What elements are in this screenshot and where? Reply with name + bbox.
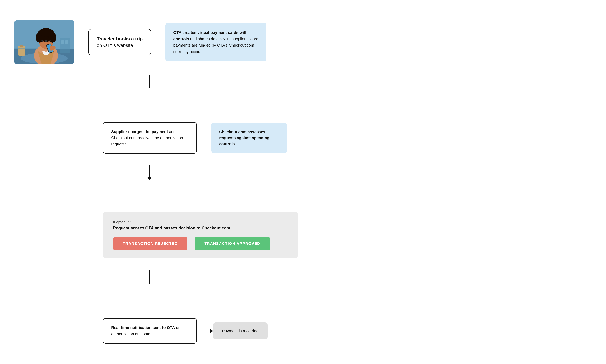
opt-in-main: Request sent to OTA and passes decision …	[113, 226, 288, 231]
connector-supplier-to-checkout	[197, 138, 211, 138]
notification-bold: Real-time notification sent to OTA	[111, 325, 175, 330]
btn-transaction-rejected[interactable]: TRANSACTION REJECTED	[113, 237, 187, 250]
box-traveler: Traveler books a trip on OTA's website	[89, 29, 151, 55]
box-payment-recorded: Payment is recorded	[213, 323, 268, 339]
payment-recorded-text: Payment is recorded	[222, 329, 258, 333]
diagram-wrapper: Traveler books a trip on OTA's website O…	[0, 0, 606, 364]
btn-transaction-approved[interactable]: TRANSACTION APPROVED	[194, 237, 270, 250]
vline-3	[149, 270, 150, 284]
vline-1	[149, 75, 150, 88]
box-opt-in: If opted in: Request sent to OTA and pas…	[103, 212, 298, 258]
traveler-photo	[14, 20, 74, 64]
traveler-sub: on OTA's website	[97, 43, 133, 48]
opt-in-label: If opted in:	[113, 220, 288, 224]
box-ota-creates: OTA creates virtual payment cards with c…	[165, 23, 266, 61]
box-notification: Real-time notification sent to OTA on au…	[103, 318, 197, 343]
svg-point-20	[48, 41, 49, 42]
svg-point-19	[43, 41, 44, 42]
svg-rect-22	[60, 39, 70, 53]
supplier-bold: Supplier charges the payment	[111, 130, 168, 134]
svg-rect-4	[20, 45, 24, 47]
box-checkout-assesses: Checkout.com assesses requests against s…	[211, 123, 287, 153]
vline-2-arrow	[149, 165, 150, 178]
connector-box1-to-ota	[151, 42, 165, 42]
svg-rect-24	[65, 40, 68, 44]
svg-rect-3	[18, 46, 25, 56]
svg-point-11	[40, 29, 52, 37]
checkout-assesses-text: Checkout.com assesses requests against s…	[219, 130, 270, 146]
traveler-title: Traveler books a trip	[97, 36, 142, 41]
connector-notification-to-recorded	[197, 331, 213, 331]
connector-step1-to-box1	[74, 42, 89, 42]
box-supplier: Supplier charges the payment and Checkou…	[103, 122, 197, 154]
svg-rect-23	[61, 40, 64, 44]
